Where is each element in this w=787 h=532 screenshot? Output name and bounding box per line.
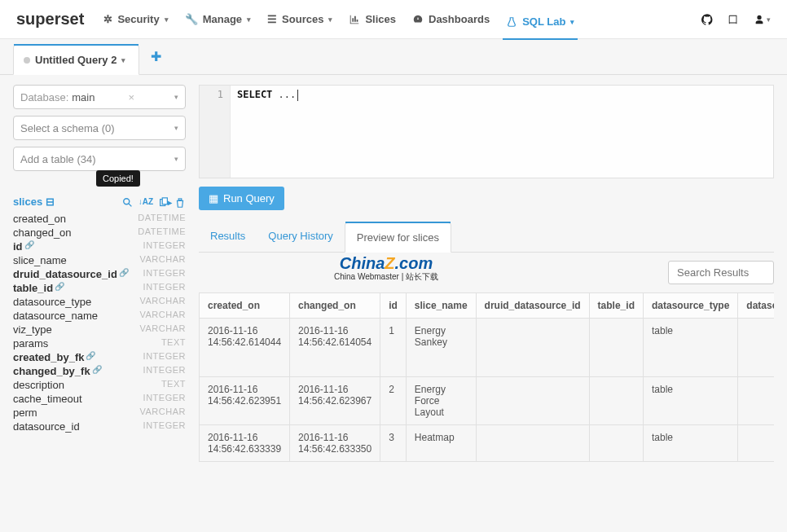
brand-logo[interactable]: superset [16,10,84,29]
column-item[interactable]: changed_by_fk🔗INTEGER [13,364,186,378]
tab-query-history[interactable]: Query History [257,222,344,252]
run-row: ▦ Run Query [199,187,774,210]
table-col-changed_on[interactable]: changed_on [290,293,380,319]
sql-editor[interactable]: 1 SELECT ... [199,85,774,178]
svg-point-0 [123,198,129,204]
key-icon: 🔗 [24,240,34,253]
cell-slice_name: EnergySankey [406,319,476,377]
table-col-id[interactable]: id [380,293,407,319]
column-item[interactable]: descriptionTEXT [13,378,186,392]
chevron-down-icon[interactable]: ▾ [174,124,178,132]
cell-datasource_name [738,425,774,462]
column-item[interactable]: slice_nameVARCHAR [13,253,186,267]
delete-icon[interactable] [174,196,186,209]
column-item[interactable]: permVARCHAR [13,406,186,420]
column-item[interactable]: id🔗INTEGER [13,240,186,253]
search-icon[interactable] [122,196,134,209]
table-row[interactable]: 2016-11-1614:56:42.6333392016-11-1614:56… [200,425,775,462]
table-col-druid_datasource_id[interactable]: druid_datasource_id [476,293,589,319]
user-menu[interactable]: ▾ [754,14,771,25]
column-type: TEXT [161,379,186,391]
run-query-button[interactable]: ▦ Run Query [199,187,284,210]
collapse-icon[interactable]: ⊟ [46,196,55,208]
editor-code[interactable]: SELECT ... [231,86,773,178]
nav-dashboards[interactable]: Dashboards [409,8,493,31]
table-name-label: slices [13,196,42,208]
column-type: VARCHAR [140,310,186,322]
clear-icon[interactable]: × [128,91,134,103]
chevron-down-icon: ▾ [165,15,169,24]
table-name[interactable]: slices ⊟ [13,196,55,208]
results-table-wrap[interactable]: created_onchanged_onidslice_namedruid_da… [199,292,774,462]
nav-sources[interactable]: ☰ Sources ▾ [264,8,336,31]
table-row[interactable]: 2016-11-1614:56:42.6239512016-11-1614:56… [200,377,775,425]
query-tabbar: Untitled Query 2 ▾ ✚ [0,39,787,75]
table-col-created_on[interactable]: created_on [200,293,290,319]
column-item[interactable]: datasource_typeVARCHAR [13,295,186,309]
cell-datasource_type: table [643,319,737,377]
column-name: changed_on [13,226,72,239]
nav-security[interactable]: ✲ Security ▾ [100,8,171,31]
nav-manage[interactable]: 🔧 Manage ▾ [182,8,254,31]
nav-list: ✲ Security ▾ 🔧 Manage ▾ ☰ Sources ▾ Slic… [100,8,701,31]
status-dot [24,57,30,64]
column-item[interactable]: viz_typeVARCHAR [13,323,186,336]
column-item[interactable]: cache_timeoutINTEGER [13,392,186,406]
table-placeholder: Add a table (34) [20,153,96,165]
column-item[interactable]: datasource_nameVARCHAR [13,309,186,323]
nav-slices[interactable]: Slices [345,8,399,31]
chevron-down-icon[interactable]: ▾ [121,56,125,64]
nav-sqllab[interactable]: SQL Lab ▾ [503,8,578,41]
db-value: main [72,91,95,103]
column-name: datasource_name [13,310,98,322]
add-tab-button[interactable]: ✚ [139,41,173,73]
editor-gutter: 1 [200,86,231,178]
tab-results[interactable]: Results [199,222,257,252]
column-item[interactable]: datasource_idINTEGER [13,420,186,433]
column-item[interactable]: created_by_fk🔗INTEGER [13,350,186,364]
chevron-down-icon[interactable]: ▾ [174,93,178,101]
cell-datasource_type: table [643,425,737,462]
nav-icons-right: ▾ [701,13,771,26]
cell-druid_datasource_id [476,319,589,377]
results-table: created_onchanged_onidslice_namedruid_da… [199,292,774,462]
tab-preview[interactable]: Preview for slices [345,222,451,253]
nav-manage-label: Manage [203,13,242,25]
table-col-datasource_type[interactable]: datasource_type [643,293,737,319]
cell-table_id [589,319,643,377]
schema-placeholder: Select a schema (0) [20,122,115,134]
chevron-down-icon[interactable]: ▾ [174,155,178,163]
table-col-datasource_name[interactable]: datasource_name [738,293,774,319]
run-query-label: Run Query [223,192,275,204]
table-select[interactable]: Add a table (34) ▾ [13,147,186,171]
table-col-slice_name[interactable]: slice_name [406,293,476,319]
cell-created_on: 2016-11-1614:56:42.614044 [200,319,290,377]
schema-select[interactable]: Select a schema (0) ▾ [13,116,186,140]
key-icon: 🔗 [86,351,95,363]
column-name: viz_type [13,323,52,336]
sort-icon[interactable]: ↓AZ [138,197,153,206]
column-item[interactable]: paramsTEXT [13,336,186,350]
docs-icon[interactable] [728,13,739,26]
copy-icon[interactable]: ▸ [158,196,169,209]
wrench-icon: 🔧 [185,13,198,25]
plus-icon: ✚ [151,50,161,64]
key-icon: 🔗 [119,268,129,280]
workspace: Untitled Query 2 ▾ ✚ Database: main × ▾ … [0,39,787,532]
sql-keyword: SELECT [237,89,272,100]
column-item[interactable]: table_id🔗INTEGER [13,281,186,295]
search-results-input[interactable] [668,261,774,284]
column-item[interactable]: created_onDATETIME [13,212,186,226]
cell-changed_on: 2016-11-1614:56:42.614054 [290,319,380,377]
query-tab[interactable]: Untitled Query 2 ▾ [13,45,139,75]
column-item[interactable]: changed_onDATETIME [13,226,186,240]
column-name: created_on [13,213,66,225]
database-select[interactable]: Database: main × ▾ [13,85,186,109]
table-col-table_id[interactable]: table_id [589,293,643,319]
table-row[interactable]: 2016-11-1614:56:42.6140442016-11-1614:56… [200,319,775,377]
column-item[interactable]: druid_datasource_id🔗INTEGER [13,267,186,281]
column-type: INTEGER [143,240,186,253]
cell-datasource_name [738,377,774,425]
column-type: INTEGER [143,365,186,377]
github-icon[interactable] [701,13,713,26]
